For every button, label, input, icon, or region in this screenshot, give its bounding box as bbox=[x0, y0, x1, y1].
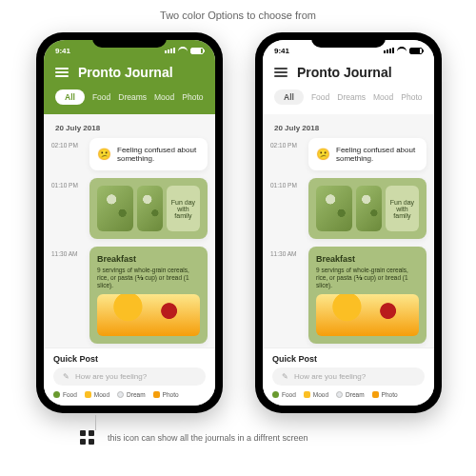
grid-view-icon bbox=[80, 430, 94, 445]
mood-dot-icon bbox=[304, 391, 310, 398]
tab-mood[interactable]: Mood bbox=[154, 92, 174, 102]
photo-thumbnail bbox=[137, 186, 163, 231]
entry-row: 02:10 PM 😕 Feeling confused about someth… bbox=[51, 138, 208, 170]
device-notch bbox=[311, 32, 386, 48]
entry-time: 02:10 PM bbox=[270, 138, 303, 170]
entry-subtitle: 9 servings of whole-grain cereals, rice,… bbox=[316, 267, 419, 289]
entry-caption: Fun day with family bbox=[167, 186, 200, 231]
hamburger-menu-icon[interactable] bbox=[274, 68, 288, 77]
entry-card-mood[interactable]: 😕 Feeling confused about something. bbox=[308, 138, 426, 170]
phone-mockup-white: 9:41 Pronto Journal All Food bbox=[255, 32, 442, 413]
feed-date: 20 July 2018 bbox=[55, 124, 208, 132]
entry-time: 01:10 PM bbox=[51, 178, 84, 239]
entry-caption: Fun day with family bbox=[386, 186, 419, 231]
tab-dreams[interactable]: Dreams bbox=[337, 92, 366, 102]
tab-mood[interactable]: Mood bbox=[373, 92, 393, 102]
photo-dot-icon bbox=[372, 391, 379, 398]
quick-post-placeholder: How are you feeling? bbox=[75, 372, 147, 381]
entry-row: 11:30 AM Breakfast 9 servings of whole-g… bbox=[51, 247, 208, 344]
photo-thumbnail bbox=[97, 186, 133, 231]
entry-card-mood[interactable]: 😕 Feeling confused about something. bbox=[89, 138, 208, 170]
wifi-icon bbox=[178, 47, 188, 54]
signal-icon bbox=[165, 48, 175, 53]
signal-icon bbox=[384, 48, 394, 53]
app-title: Pronto Journal bbox=[78, 65, 173, 80]
food-dot-icon bbox=[53, 391, 60, 398]
chip-food[interactable]: Food bbox=[272, 391, 296, 398]
battery-icon bbox=[190, 48, 204, 54]
entry-time: 02:10 PM bbox=[51, 138, 84, 170]
footer-annotation: this icon can show all the journals in a… bbox=[80, 430, 307, 445]
app-header: Pronto Journal All Food Dreams Mood Phot… bbox=[44, 61, 215, 114]
feed-date: 20 July 2018 bbox=[274, 124, 426, 132]
quick-post-input[interactable]: ✎ How are you feeling? bbox=[272, 367, 425, 386]
quick-post-title: Quick Post bbox=[272, 354, 425, 364]
entry-time: 11:30 AM bbox=[51, 247, 84, 344]
feed: 20 July 2018 02:10 PM 😕 Feeling confused… bbox=[44, 114, 215, 347]
app-title: Pronto Journal bbox=[297, 65, 392, 80]
entry-subtitle: 9 servings of whole-grain cereals, rice,… bbox=[97, 267, 200, 289]
phone-mockup-green: 9:41 Pronto Journal All Food bbox=[36, 32, 223, 413]
feed: 20 July 2018 02:10 PM 😕 Feeling confused… bbox=[263, 114, 434, 347]
annotation-pointer bbox=[95, 415, 96, 430]
hamburger-menu-icon[interactable] bbox=[55, 68, 69, 77]
entry-title: Breakfast bbox=[316, 254, 419, 264]
confused-emoji-icon: 😕 bbox=[316, 148, 330, 161]
entry-time: 11:30 AM bbox=[270, 247, 303, 344]
tab-photo[interactable]: Photo bbox=[401, 92, 422, 102]
tab-dreams[interactable]: Dreams bbox=[118, 92, 147, 102]
entry-row: 01:10 PM Fun day with family bbox=[51, 178, 208, 239]
photo-dot-icon bbox=[153, 391, 160, 398]
device-notch bbox=[92, 32, 167, 48]
entry-card-photos[interactable]: Fun day with family bbox=[308, 178, 426, 239]
chip-mood[interactable]: Mood bbox=[85, 391, 109, 398]
entry-text: Feeling confused about something. bbox=[336, 146, 419, 163]
tab-all[interactable]: All bbox=[274, 89, 304, 105]
app-header: Pronto Journal All Food Dreams Mood Phot… bbox=[263, 61, 434, 114]
entry-card-food[interactable]: Breakfast 9 servings of whole-grain cere… bbox=[89, 247, 208, 344]
pencil-icon: ✎ bbox=[282, 372, 288, 381]
chip-photo[interactable]: Photo bbox=[153, 391, 179, 398]
category-tabs: All Food Dreams Mood Photo bbox=[274, 89, 423, 105]
quick-post-placeholder: How are you feeling? bbox=[294, 372, 366, 381]
confused-emoji-icon: 😕 bbox=[97, 148, 111, 161]
mood-dot-icon bbox=[85, 391, 91, 398]
photo-thumbnail bbox=[316, 186, 352, 231]
tab-all[interactable]: All bbox=[55, 89, 85, 105]
entry-text: Feeling confused about something. bbox=[117, 146, 200, 163]
page-heading: Two color Options to choose from bbox=[0, 10, 476, 21]
dream-dot-icon bbox=[336, 391, 343, 398]
battery-icon bbox=[409, 48, 423, 54]
status-time: 9:41 bbox=[55, 47, 70, 55]
footer-annotation-text: this icon can show all the journals in a… bbox=[108, 433, 307, 443]
entry-card-food[interactable]: Breakfast 9 servings of whole-grain cere… bbox=[308, 247, 426, 344]
entry-title: Breakfast bbox=[97, 254, 200, 264]
chip-photo[interactable]: Photo bbox=[372, 391, 398, 398]
chip-dream[interactable]: Dream bbox=[336, 391, 365, 398]
pencil-icon: ✎ bbox=[63, 372, 69, 381]
chip-mood[interactable]: Mood bbox=[304, 391, 328, 398]
entry-row: 02:10 PM 😕 Feeling confused about someth… bbox=[270, 138, 426, 170]
tab-food[interactable]: Food bbox=[92, 92, 110, 102]
photo-thumbnail bbox=[316, 294, 419, 336]
entry-row: 11:30 AM Breakfast 9 servings of whole-g… bbox=[270, 247, 426, 344]
entry-row: 01:10 PM Fun day with family bbox=[270, 178, 426, 239]
tab-photo[interactable]: Photo bbox=[182, 92, 203, 102]
food-dot-icon bbox=[272, 391, 279, 398]
quick-post-input[interactable]: ✎ How are you feeling? bbox=[53, 367, 206, 386]
quick-post-panel: Quick Post ✎ How are you feeling? Food M… bbox=[263, 347, 434, 406]
quick-post-title: Quick Post bbox=[53, 354, 206, 364]
chip-food[interactable]: Food bbox=[53, 391, 77, 398]
category-tabs: All Food Dreams Mood Photo bbox=[55, 89, 204, 105]
photo-thumbnail bbox=[97, 294, 200, 336]
wifi-icon bbox=[397, 47, 407, 54]
dream-dot-icon bbox=[117, 391, 124, 398]
tab-food[interactable]: Food bbox=[311, 92, 329, 102]
photo-thumbnail bbox=[356, 186, 382, 231]
status-time: 9:41 bbox=[274, 47, 289, 55]
entry-card-photos[interactable]: Fun day with family bbox=[89, 178, 208, 239]
quick-post-panel: Quick Post ✎ How are you feeling? Food M… bbox=[44, 347, 215, 406]
chip-dream[interactable]: Dream bbox=[117, 391, 146, 398]
entry-time: 01:10 PM bbox=[270, 178, 303, 239]
